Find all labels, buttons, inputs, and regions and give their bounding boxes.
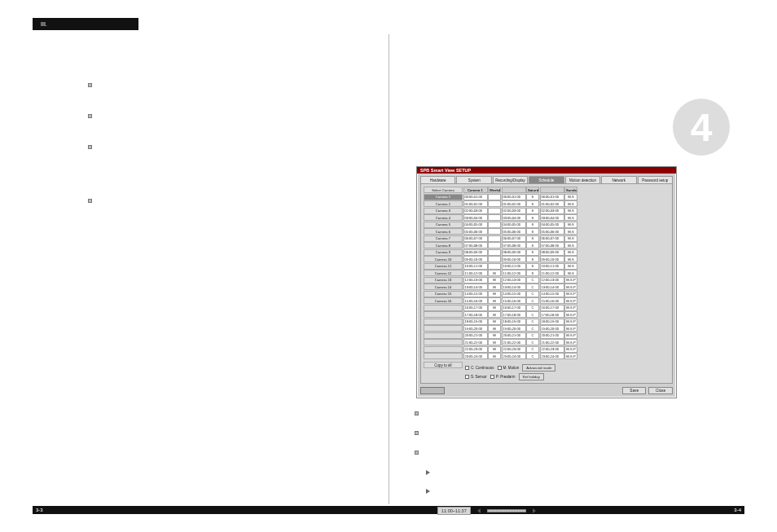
time-cell[interactable]: 04:00-05:00 bbox=[502, 222, 526, 228]
mode-cell[interactable]: S bbox=[526, 249, 539, 256]
time-cell[interactable]: 23:00-24:00 bbox=[502, 353, 526, 359]
camera-button-8[interactable]: Camera 8 bbox=[424, 242, 463, 248]
time-cell[interactable]: 13:00-14:00 bbox=[540, 284, 564, 290]
time-cell[interactable]: 11:00-12:00 bbox=[463, 270, 488, 276]
mode-cell[interactable]: S bbox=[526, 263, 539, 270]
copy-to-all-button[interactable]: Copy to all bbox=[424, 362, 463, 368]
time-cell[interactable]: 11:00-12:00 bbox=[540, 270, 564, 276]
continuous-checkbox[interactable]: C: Continuous bbox=[465, 364, 494, 372]
time-cell[interactable]: 06:00-07:00 bbox=[502, 235, 526, 242]
mode-cell[interactable]: C bbox=[526, 332, 539, 339]
time-cell[interactable]: 03:00-04:00 bbox=[463, 214, 488, 221]
time-cell[interactable]: 00:00-01:00 bbox=[502, 194, 526, 200]
mode-cell[interactable]: M bbox=[488, 297, 501, 304]
time-cell[interactable]: 02:00-03:00 bbox=[502, 208, 526, 214]
mode-cell[interactable]: C bbox=[526, 284, 539, 290]
time-cell[interactable]: 08:00-09:00 bbox=[463, 249, 488, 256]
mode-cell[interactable]: M.S bbox=[564, 222, 577, 228]
mode-cell[interactable]: M bbox=[488, 332, 501, 339]
time-cell[interactable]: 18:00-19:00 bbox=[463, 319, 488, 325]
mode-cell[interactable]: C bbox=[526, 339, 539, 345]
mode-cell[interactable] bbox=[488, 208, 501, 214]
mode-cell[interactable]: M.S bbox=[564, 228, 577, 235]
mode-cell[interactable]: M.S bbox=[564, 214, 577, 221]
time-cell[interactable]: 16:00-17:00 bbox=[463, 305, 488, 311]
time-cell[interactable]: 09:00-10:00 bbox=[540, 256, 564, 262]
time-cell[interactable]: 10:00-11:00 bbox=[540, 263, 564, 270]
tab-motion-detection[interactable]: Motion detection bbox=[565, 176, 600, 183]
language-selector[interactable] bbox=[420, 387, 445, 394]
mode-cell[interactable] bbox=[488, 194, 501, 200]
time-cell[interactable]: 20:00-21:00 bbox=[463, 332, 488, 339]
time-cell[interactable]: 07:00-08:00 bbox=[463, 242, 488, 248]
mode-cell[interactable]: S bbox=[526, 222, 539, 228]
time-cell[interactable]: 09:00-10:00 bbox=[463, 256, 488, 262]
time-cell[interactable]: 09:00-10:00 bbox=[502, 256, 526, 262]
time-cell[interactable]: 01:00-02:00 bbox=[540, 200, 564, 207]
time-cell[interactable]: 15:00-16:00 bbox=[502, 297, 526, 304]
time-cell[interactable]: 19:00-20:00 bbox=[502, 325, 526, 332]
mode-cell[interactable] bbox=[488, 228, 501, 235]
camera-button-12[interactable]: Camera 12 bbox=[424, 270, 463, 276]
camera-button-9[interactable]: Camera 9 bbox=[424, 249, 463, 256]
mode-cell[interactable]: M.S.P bbox=[564, 297, 577, 304]
camera-button-10[interactable]: Camera 10 bbox=[424, 256, 463, 262]
sensor-checkbox[interactable]: S: Sensor bbox=[465, 373, 487, 380]
camera-button-5[interactable]: Camera 5 bbox=[424, 222, 463, 228]
time-cell[interactable]: 21:00-22:00 bbox=[463, 339, 488, 345]
mode-cell[interactable]: M.S bbox=[564, 235, 577, 242]
camera-button-7[interactable]: Camera 7 bbox=[424, 235, 463, 242]
camera-button-3[interactable]: Camera 3 bbox=[424, 208, 463, 214]
time-cell[interactable]: 03:00-04:00 bbox=[502, 214, 526, 221]
mode-cell[interactable]: M.S.P bbox=[564, 332, 577, 339]
time-cell[interactable]: 17:00-18:00 bbox=[502, 311, 526, 318]
time-cell[interactable]: 20:00-21:00 bbox=[502, 332, 526, 339]
mode-cell[interactable]: S bbox=[526, 256, 539, 262]
time-cell[interactable]: 16:00-17:00 bbox=[502, 305, 526, 311]
tab-schedule[interactable]: Schedule bbox=[529, 176, 564, 183]
time-cell[interactable]: 08:00-09:00 bbox=[502, 249, 526, 256]
time-cell[interactable]: 20:00-21:00 bbox=[540, 332, 564, 339]
mode-cell[interactable]: M.S bbox=[564, 200, 577, 207]
mode-cell[interactable]: M bbox=[488, 346, 501, 353]
mode-cell[interactable]: M bbox=[488, 291, 501, 297]
camera-button-14[interactable]: Camera 14 bbox=[424, 284, 463, 290]
mode-cell[interactable]: C bbox=[526, 277, 539, 284]
time-cell[interactable]: 14:00-15:00 bbox=[463, 291, 488, 297]
mode-cell[interactable]: S bbox=[526, 214, 539, 221]
tab-password-setup[interactable]: Password setup bbox=[638, 176, 673, 183]
close-button[interactable]: Close bbox=[648, 387, 673, 394]
time-cell[interactable]: 06:00-07:00 bbox=[463, 235, 488, 242]
mode-cell[interactable]: M.S.P bbox=[564, 339, 577, 345]
time-cell[interactable]: 12:00-13:00 bbox=[463, 277, 488, 284]
advanced-mode-button[interactable]: Advanced mode bbox=[522, 364, 555, 372]
mode-cell[interactable]: M.S.P bbox=[564, 325, 577, 332]
tab-network[interactable]: Network bbox=[601, 176, 636, 183]
mode-cell[interactable]: M.S.P bbox=[564, 346, 577, 353]
time-cell[interactable]: 17:00-18:00 bbox=[540, 311, 564, 318]
mode-cell[interactable] bbox=[488, 200, 501, 207]
mode-cell[interactable]: M.S.P bbox=[564, 319, 577, 325]
mode-cell[interactable] bbox=[488, 256, 501, 262]
time-cell[interactable]: 13:00-14:00 bbox=[502, 284, 526, 290]
time-cell[interactable]: 04:00-05:00 bbox=[463, 222, 488, 228]
mode-cell[interactable]: M bbox=[488, 270, 501, 276]
mode-cell[interactable]: C bbox=[526, 311, 539, 318]
mode-cell[interactable]: M.S bbox=[564, 194, 577, 200]
mode-cell[interactable]: M.S bbox=[564, 256, 577, 262]
time-cell[interactable]: 15:00-16:00 bbox=[463, 297, 488, 304]
time-cell[interactable]: 23:00-24:00 bbox=[540, 353, 564, 359]
mode-cell[interactable]: C bbox=[526, 346, 539, 353]
time-cell[interactable]: 02:00-03:00 bbox=[540, 208, 564, 214]
time-cell[interactable]: 22:00-23:00 bbox=[502, 346, 526, 353]
mode-cell[interactable]: C bbox=[526, 353, 539, 359]
mode-cell[interactable]: S bbox=[526, 208, 539, 214]
mode-cell[interactable]: M.S.P bbox=[564, 305, 577, 311]
time-cell[interactable]: 18:00-19:00 bbox=[502, 319, 526, 325]
time-cell[interactable]: 22:00-23:00 bbox=[463, 346, 488, 353]
mode-cell[interactable] bbox=[488, 222, 501, 228]
mode-cell[interactable]: C bbox=[526, 319, 539, 325]
time-cell[interactable]: 06:00-07:00 bbox=[540, 235, 564, 242]
mode-cell[interactable]: M.S bbox=[564, 242, 577, 248]
tab-recording-display[interactable]: Recording/Display bbox=[493, 176, 528, 183]
